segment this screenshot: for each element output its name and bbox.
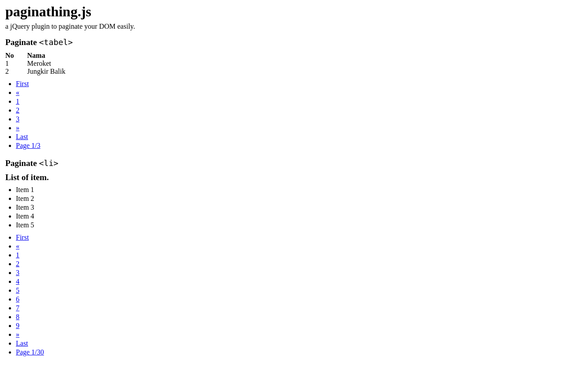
list-item: Item 1 <box>16 186 560 194</box>
page-subtitle: a jQuery plugin to paginate your DOM eas… <box>5 23 560 30</box>
pagination-item: 8 <box>16 313 560 321</box>
section-list: Paginate <li> List of item. Item 1Item 2… <box>5 158 560 356</box>
pagination-item: » <box>16 124 560 132</box>
cell-no: 2 <box>5 68 27 75</box>
table-row: 1Meroket <box>5 60 79 68</box>
pagination-item: 2 <box>16 260 560 268</box>
section-list-heading: Paginate <li> <box>5 158 560 168</box>
list-item: Item 3 <box>16 204 560 211</box>
pagination-item: 6 <box>16 295 560 303</box>
pagination-link[interactable]: « <box>16 89 19 96</box>
pagination-item: « <box>16 89 560 97</box>
pagination-item: 7 <box>16 304 560 312</box>
pagination-item: Page 1/3 <box>16 142 560 150</box>
section-table-code: <tabel> <box>39 38 73 47</box>
pagination-link[interactable]: Last <box>16 133 28 140</box>
list-item: Item 5 <box>16 221 560 229</box>
cell-nama: Jungkir Balik <box>27 68 79 75</box>
pagination-item: 3 <box>16 269 560 277</box>
section-table: Paginate <tabel> No Nama 1Meroket2Jungki… <box>5 38 560 150</box>
cell-nama: Meroket <box>27 60 79 68</box>
pagination-link[interactable]: « <box>16 242 19 250</box>
pagination-link[interactable]: 3 <box>16 115 19 123</box>
list-item: Item 4 <box>16 212 560 220</box>
pagination-link[interactable]: Page 1/30 <box>16 348 44 356</box>
pagination-link[interactable]: 8 <box>16 313 19 320</box>
pagination-item: « <box>16 242 560 250</box>
pagination-item: 1 <box>16 251 560 259</box>
pagination-link[interactable]: 1 <box>16 98 19 105</box>
section-list-code: <li> <box>39 158 58 168</box>
pagination-item: First <box>16 80 560 88</box>
pagination-link[interactable]: 3 <box>16 269 19 276</box>
pagination-link[interactable]: » <box>16 124 19 132</box>
pagination-item: Last <box>16 339 560 347</box>
pagination-item: First <box>16 234 560 241</box>
pagination-item: 9 <box>16 322 560 330</box>
pagination-item: 4 <box>16 278 560 286</box>
pagination-item: 2 <box>16 106 560 114</box>
data-table: No Nama 1Meroket2Jungkir Balik <box>5 52 79 75</box>
section-table-heading: Paginate <tabel> <box>5 38 560 47</box>
pagination-link[interactable]: 2 <box>16 106 19 114</box>
list-pagination: First«123456789»LastPage 1/30 <box>5 234 560 356</box>
pagination-item: » <box>16 331 560 339</box>
pagination-link[interactable]: 4 <box>16 278 19 285</box>
pagination-item: Last <box>16 133 560 141</box>
pagination-item: 3 <box>16 115 560 123</box>
pagination-link[interactable]: Last <box>16 339 28 347</box>
pagination-item: 5 <box>16 286 560 294</box>
pagination-link[interactable]: First <box>16 80 29 87</box>
pagination-link[interactable]: » <box>16 331 19 338</box>
pagination-link[interactable]: 6 <box>16 295 19 303</box>
pagination-link[interactable]: 9 <box>16 322 19 329</box>
list-title: List of item. <box>5 173 560 182</box>
pagination-link[interactable]: 7 <box>16 304 19 312</box>
cell-no: 1 <box>5 60 27 68</box>
table-row: 2Jungkir Balik <box>5 68 79 75</box>
table-pagination: First«123»LastPage 1/3 <box>5 80 560 150</box>
pagination-item: Page 1/30 <box>16 348 560 356</box>
pagination-link[interactable]: Page 1/3 <box>16 142 41 149</box>
pagination-link[interactable]: First <box>16 234 29 241</box>
pagination-link[interactable]: 1 <box>16 251 19 259</box>
list-item: Item 2 <box>16 195 560 203</box>
pagination-link[interactable]: 5 <box>16 286 19 294</box>
col-nama: Nama <box>27 52 79 60</box>
col-no: No <box>5 52 27 60</box>
pagination-link[interactable]: 2 <box>16 260 19 268</box>
items-list: Item 1Item 2Item 3Item 4Item 5 <box>5 186 560 229</box>
pagination-item: 1 <box>16 98 560 106</box>
page-title: paginathing.js <box>5 4 560 20</box>
